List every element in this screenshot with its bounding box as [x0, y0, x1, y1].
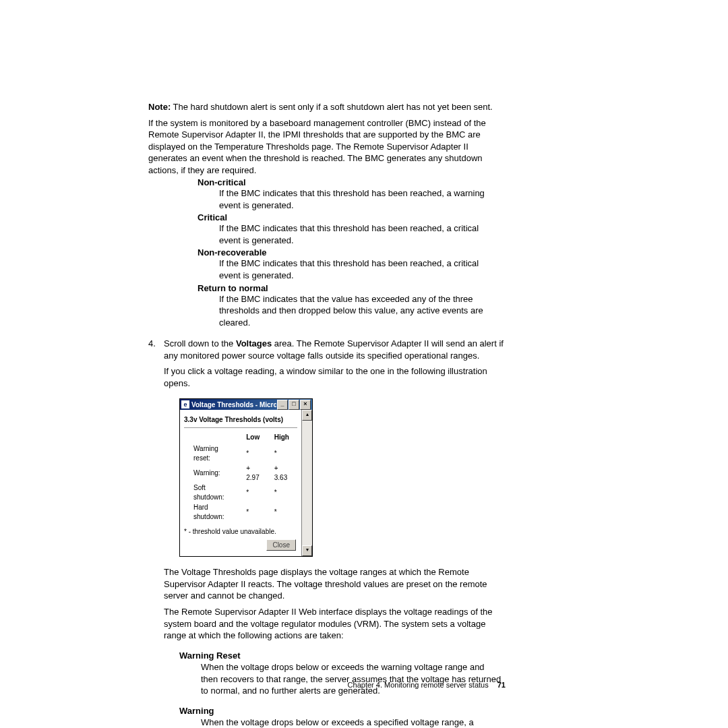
def-term-returnnormal: Return to normal [198, 283, 506, 293]
table-row: Hard shutdown: * * [184, 502, 297, 522]
def-desc-warning: When the voltage drops below or exceeds … [201, 717, 502, 728]
dialog-title: Voltage Thresholds - Microsoft Intern... [191, 400, 276, 410]
footer-page-number: 71 [497, 681, 506, 689]
voltage-thresholds-dialog: e Voltage Thresholds - Microsoft Intern.… [179, 398, 313, 557]
def-term-nonrecoverable: Non-recoverable [198, 247, 506, 257]
col-high: High [269, 432, 297, 444]
bmc-paragraph: If the system is monitored by a baseboar… [148, 117, 506, 177]
dialog-titlebar: e Voltage Thresholds - Microsoft Intern.… [180, 399, 312, 410]
close-x-button[interactable]: × [300, 400, 311, 410]
after-dialog-p2: The Remote Supervisor Adapter II Web int… [164, 606, 506, 642]
dialog-scrollbar[interactable]: ▴ ▾ [301, 410, 312, 556]
scroll-up-button[interactable]: ▴ [302, 410, 312, 421]
def-term-warningreset: Warning Reset [179, 650, 506, 662]
step4-text: Scroll down to the Voltages area. The Re… [164, 338, 506, 361]
maximize-button[interactable]: □ [289, 400, 299, 410]
dialog-footnote: * - threshold value unavailable. [184, 527, 297, 537]
page-footer: Chapter 4. Monitoring remote server stat… [148, 681, 506, 689]
step-number-4: 4. [148, 338, 164, 728]
def-term-noncritical: Non-critical [198, 177, 506, 187]
footer-chapter: Chapter 4. Monitoring remote server stat… [348, 681, 489, 689]
threshold-definitions: Non-critical If the BMC indicates that t… [148, 177, 506, 328]
def-term-critical: Critical [198, 212, 506, 222]
dialog-heading: 3.3v Voltage Thresholds (volts) [184, 415, 297, 425]
def-term-warning: Warning [179, 705, 506, 717]
col-low: Low [241, 432, 269, 444]
note-block: Note: The hard shutdown alert is sent on… [148, 101, 506, 113]
dialog-divider [184, 427, 297, 428]
def-desc-noncritical: If the BMC indicates that this threshold… [219, 187, 502, 211]
def-desc-warningreset: When the voltage drops below or exceeds … [201, 661, 502, 697]
scroll-track[interactable] [302, 421, 312, 545]
note-label: Note: [148, 102, 171, 112]
table-row: Warning: + 2.97 + 3.63 [184, 463, 297, 483]
table-row: Warning reset: * * [184, 444, 297, 463]
ie-icon: e [181, 400, 189, 408]
close-button[interactable]: Close [266, 539, 296, 551]
minimize-button[interactable]: _ [277, 400, 288, 410]
step4-para2: If you click a voltage reading, a window… [164, 365, 506, 389]
scroll-down-button[interactable]: ▾ [302, 545, 312, 556]
after-dialog-p1: The Voltage Thresholds page displays the… [164, 566, 506, 602]
voltage-table: Low High Warning reset: * * Warning: + 2… [184, 432, 297, 522]
note-text: The hard shutdown alert is sent only if … [173, 102, 493, 112]
def-desc-critical: If the BMC indicates that this threshold… [219, 222, 502, 246]
table-row: Soft shutdown: * * [184, 483, 297, 502]
def-desc-nonrecoverable: If the BMC indicates that this threshold… [219, 257, 502, 281]
def-desc-returnnormal: If the BMC indicates that the value has … [219, 293, 502, 329]
